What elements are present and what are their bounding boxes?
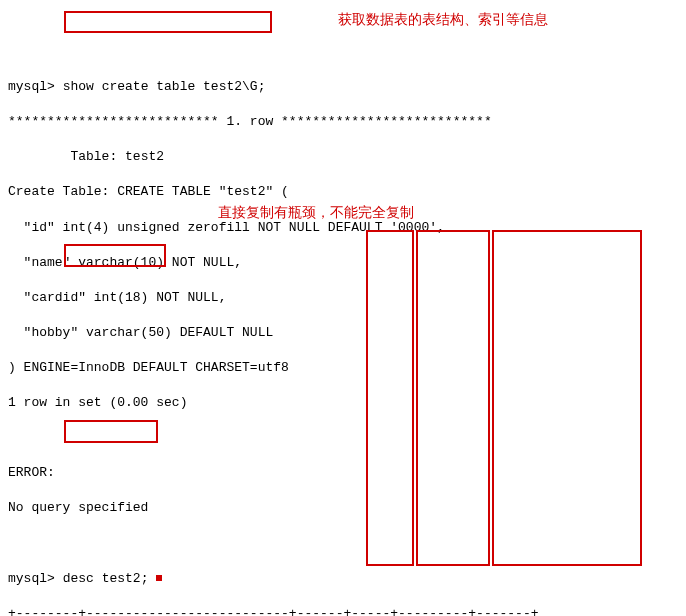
- blank: [8, 534, 686, 552]
- ct-line: ) ENGINE=InnoDB DEFAULT CHARSET=utf8: [8, 359, 686, 377]
- annotation-2: 直接复制有瓶颈，不能完全复制: [218, 203, 414, 222]
- row-separator: *************************** 1. row *****…: [8, 113, 686, 131]
- red-dot-icon: [156, 575, 162, 581]
- desc-sep: +--------+--------------------------+---…: [8, 605, 686, 616]
- ct-line: Create Table: CREATE TABLE "test2" (: [8, 183, 686, 201]
- error-msg: No query specified: [8, 499, 686, 517]
- ct-table-label: Table:: [8, 149, 125, 164]
- ct-line: "name" varchar(10) NOT NULL,: [8, 254, 686, 272]
- ct-table: Table: test2: [8, 148, 686, 166]
- cmd2: desc test2;: [63, 571, 149, 586]
- prompt: mysql>: [8, 571, 55, 586]
- ct-line: "hobby" varchar(50) DEFAULT NULL: [8, 324, 686, 342]
- highlight-cmd1: [64, 11, 272, 33]
- rowset1: 1 row in set (0.00 sec): [8, 394, 686, 412]
- line-cmd1: mysql> show create table test2\G;: [8, 78, 686, 96]
- line-cmd2: mysql> desc test2;: [8, 570, 686, 588]
- blank: [8, 429, 686, 447]
- cmd1: show create table test2\G;: [63, 79, 266, 94]
- ct-line: "cardid" int(18) NOT NULL,: [8, 289, 686, 307]
- error-label: ERROR:: [8, 464, 686, 482]
- prompt: mysql>: [8, 79, 55, 94]
- ct-table-value: test2: [125, 149, 164, 164]
- annotation-1: 获取数据表的表结构、索引等信息: [338, 10, 548, 29]
